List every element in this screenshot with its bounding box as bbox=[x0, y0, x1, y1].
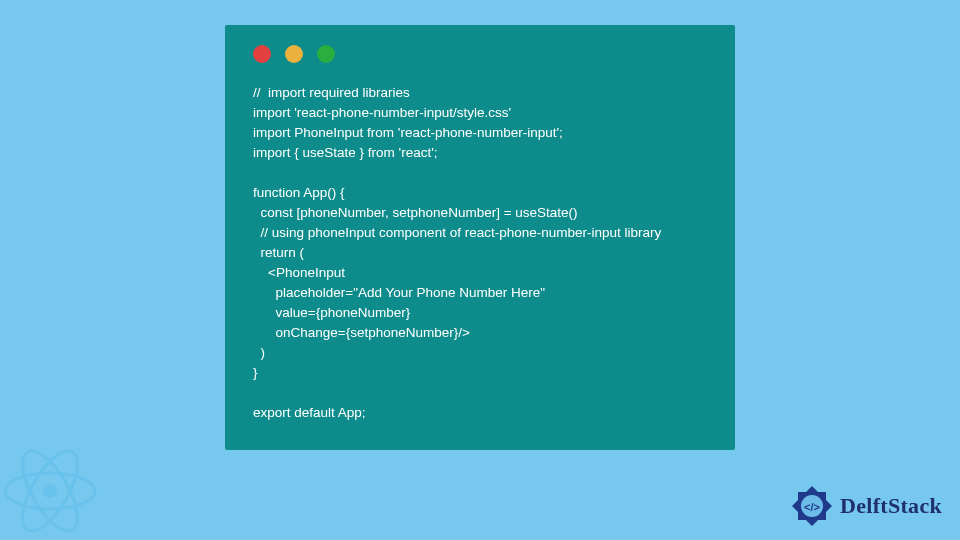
close-icon bbox=[253, 45, 271, 63]
code-block: // import required libraries import 'rea… bbox=[225, 63, 735, 423]
svg-point-3 bbox=[43, 484, 57, 498]
brand-emblem-icon: </> bbox=[790, 484, 834, 528]
minimize-icon bbox=[285, 45, 303, 63]
brand-logo: </> DelftStack bbox=[790, 484, 942, 528]
brand-name: DelftStack bbox=[840, 493, 942, 519]
react-watermark-icon bbox=[0, 441, 105, 540]
maximize-icon bbox=[317, 45, 335, 63]
code-window: // import required libraries import 'rea… bbox=[225, 25, 735, 450]
svg-text:</>: </> bbox=[804, 501, 820, 513]
traffic-lights bbox=[225, 25, 735, 63]
